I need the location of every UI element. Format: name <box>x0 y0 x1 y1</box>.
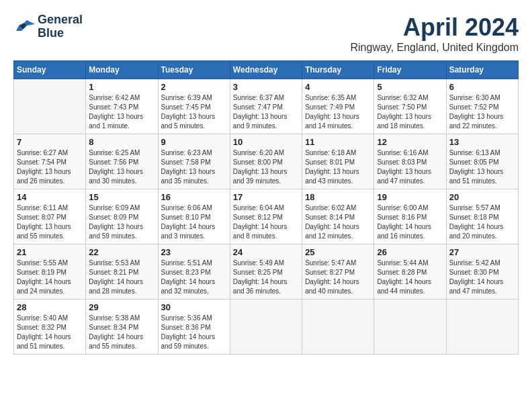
day-number: 7 <box>17 137 83 147</box>
weekday-header: Thursday <box>302 61 374 79</box>
day-number: 21 <box>17 247 83 257</box>
day-info: Sunrise: 5:47 AM Sunset: 8:27 PM Dayligh… <box>305 259 371 296</box>
day-info: Sunrise: 6:09 AM Sunset: 8:09 PM Dayligh… <box>89 203 154 241</box>
page-header: General Blue April 2024 Ringway, England… <box>13 13 519 54</box>
calendar-cell: 3Sunrise: 6:37 AM Sunset: 7:47 PM Daylig… <box>230 79 302 134</box>
day-info: Sunrise: 6:02 AM Sunset: 8:14 PM Dayligh… <box>305 203 371 241</box>
day-number: 20 <box>449 192 515 202</box>
day-number: 4 <box>305 82 371 92</box>
day-number: 14 <box>17 192 83 202</box>
calendar-cell: 10Sunrise: 6:20 AM Sunset: 8:00 PM Dayli… <box>230 134 302 189</box>
day-info: Sunrise: 6:35 AM Sunset: 7:49 PM Dayligh… <box>305 93 371 131</box>
calendar-week-row: 21Sunrise: 5:55 AM Sunset: 8:19 PM Dayli… <box>14 244 519 300</box>
calendar-cell <box>374 300 446 355</box>
day-number: 22 <box>89 247 154 257</box>
weekday-header: Friday <box>374 61 446 79</box>
day-info: Sunrise: 6:18 AM Sunset: 8:01 PM Dayligh… <box>305 148 371 186</box>
day-number: 10 <box>233 137 299 147</box>
day-number: 1 <box>89 82 154 92</box>
day-info: Sunrise: 5:53 AM Sunset: 8:21 PM Dayligh… <box>89 259 154 296</box>
calendar-cell: 25Sunrise: 5:47 AM Sunset: 8:27 PM Dayli… <box>302 244 374 300</box>
calendar-cell: 14Sunrise: 6:11 AM Sunset: 8:07 PM Dayli… <box>14 189 86 244</box>
day-info: Sunrise: 6:20 AM Sunset: 8:00 PM Dayligh… <box>233 148 299 186</box>
calendar-cell: 9Sunrise: 6:23 AM Sunset: 7:58 PM Daylig… <box>158 134 230 189</box>
day-number: 11 <box>305 137 371 147</box>
calendar-cell: 12Sunrise: 6:16 AM Sunset: 8:03 PM Dayli… <box>374 134 446 189</box>
title-block: April 2024 Ringway, England, United King… <box>350 13 519 54</box>
day-info: Sunrise: 6:13 AM Sunset: 8:05 PM Dayligh… <box>449 148 515 186</box>
calendar-cell <box>446 300 518 355</box>
calendar-week-row: 7Sunrise: 6:27 AM Sunset: 7:54 PM Daylig… <box>14 134 519 189</box>
day-number: 26 <box>377 247 443 257</box>
day-number: 23 <box>161 247 227 257</box>
calendar-cell: 6Sunrise: 6:30 AM Sunset: 7:52 PM Daylig… <box>446 79 518 134</box>
calendar-cell: 11Sunrise: 6:18 AM Sunset: 8:01 PM Dayli… <box>302 134 374 189</box>
month-title: April 2024 <box>350 13 519 42</box>
calendar-cell: 8Sunrise: 6:25 AM Sunset: 7:56 PM Daylig… <box>86 134 158 189</box>
calendar-cell: 30Sunrise: 5:36 AM Sunset: 8:36 PM Dayli… <box>158 300 230 355</box>
calendar-cell <box>230 300 302 355</box>
calendar-cell: 21Sunrise: 5:55 AM Sunset: 8:19 PM Dayli… <box>14 244 86 300</box>
day-info: Sunrise: 6:37 AM Sunset: 7:47 PM Dayligh… <box>233 93 299 131</box>
weekday-header: Saturday <box>446 61 518 79</box>
logo-text: General Blue <box>38 13 83 40</box>
logo-icon <box>13 17 35 36</box>
day-number: 17 <box>233 192 299 202</box>
calendar-week-row: 1Sunrise: 6:42 AM Sunset: 7:43 PM Daylig… <box>14 79 519 134</box>
calendar-cell: 17Sunrise: 6:04 AM Sunset: 8:12 PM Dayli… <box>230 189 302 244</box>
logo: General Blue <box>13 13 83 40</box>
weekday-header: Monday <box>86 61 158 79</box>
day-info: Sunrise: 6:23 AM Sunset: 7:58 PM Dayligh… <box>161 148 227 186</box>
day-number: 6 <box>449 82 515 92</box>
calendar-cell: 13Sunrise: 6:13 AM Sunset: 8:05 PM Dayli… <box>446 134 518 189</box>
calendar-cell: 2Sunrise: 6:39 AM Sunset: 7:45 PM Daylig… <box>158 79 230 134</box>
day-number: 24 <box>233 247 299 257</box>
day-info: Sunrise: 5:44 AM Sunset: 8:28 PM Dayligh… <box>377 259 443 296</box>
day-number: 13 <box>449 137 515 147</box>
calendar-cell: 15Sunrise: 6:09 AM Sunset: 8:09 PM Dayli… <box>86 189 158 244</box>
calendar-table: SundayMondayTuesdayWednesdayThursdayFrid… <box>13 60 519 355</box>
day-info: Sunrise: 6:39 AM Sunset: 7:45 PM Dayligh… <box>161 93 227 131</box>
day-number: 3 <box>233 82 299 92</box>
day-number: 19 <box>377 192 443 202</box>
day-info: Sunrise: 5:40 AM Sunset: 8:32 PM Dayligh… <box>17 314 83 351</box>
calendar-week-row: 14Sunrise: 6:11 AM Sunset: 8:07 PM Dayli… <box>14 189 519 244</box>
weekday-header: Wednesday <box>230 61 302 79</box>
day-number: 8 <box>89 137 154 147</box>
calendar-cell: 7Sunrise: 6:27 AM Sunset: 7:54 PM Daylig… <box>14 134 86 189</box>
day-number: 16 <box>161 192 227 202</box>
day-info: Sunrise: 6:06 AM Sunset: 8:10 PM Dayligh… <box>161 203 227 241</box>
calendar-cell: 26Sunrise: 5:44 AM Sunset: 8:28 PM Dayli… <box>374 244 446 300</box>
day-info: Sunrise: 5:42 AM Sunset: 8:30 PM Dayligh… <box>449 259 515 296</box>
day-number: 12 <box>377 137 443 147</box>
day-info: Sunrise: 6:00 AM Sunset: 8:16 PM Dayligh… <box>377 203 443 241</box>
day-info: Sunrise: 6:30 AM Sunset: 7:52 PM Dayligh… <box>449 93 515 131</box>
day-info: Sunrise: 6:25 AM Sunset: 7:56 PM Dayligh… <box>89 148 154 186</box>
day-info: Sunrise: 5:36 AM Sunset: 8:36 PM Dayligh… <box>161 314 227 351</box>
calendar-cell: 28Sunrise: 5:40 AM Sunset: 8:32 PM Dayli… <box>14 300 86 355</box>
calendar-cell: 20Sunrise: 5:57 AM Sunset: 8:18 PM Dayli… <box>446 189 518 244</box>
logo-line2: Blue <box>38 27 83 40</box>
day-info: Sunrise: 5:38 AM Sunset: 8:34 PM Dayligh… <box>89 314 154 351</box>
weekday-header-row: SundayMondayTuesdayWednesdayThursdayFrid… <box>14 61 519 79</box>
day-info: Sunrise: 6:04 AM Sunset: 8:12 PM Dayligh… <box>233 203 299 241</box>
day-info: Sunrise: 6:16 AM Sunset: 8:03 PM Dayligh… <box>377 148 443 186</box>
calendar-cell: 24Sunrise: 5:49 AM Sunset: 8:25 PM Dayli… <box>230 244 302 300</box>
day-number: 9 <box>161 137 227 147</box>
calendar-week-row: 28Sunrise: 5:40 AM Sunset: 8:32 PM Dayli… <box>14 300 519 355</box>
calendar-cell <box>302 300 374 355</box>
calendar-cell: 1Sunrise: 6:42 AM Sunset: 7:43 PM Daylig… <box>86 79 158 134</box>
day-number: 5 <box>377 82 443 92</box>
calendar-cell: 16Sunrise: 6:06 AM Sunset: 8:10 PM Dayli… <box>158 189 230 244</box>
day-number: 27 <box>449 247 515 257</box>
day-number: 18 <box>305 192 371 202</box>
calendar-cell <box>14 79 86 134</box>
day-number: 29 <box>89 302 154 312</box>
calendar-cell: 23Sunrise: 5:51 AM Sunset: 8:23 PM Dayli… <box>158 244 230 300</box>
calendar-cell: 19Sunrise: 6:00 AM Sunset: 8:16 PM Dayli… <box>374 189 446 244</box>
weekday-header: Sunday <box>14 61 86 79</box>
day-number: 25 <box>305 247 371 257</box>
calendar-cell: 27Sunrise: 5:42 AM Sunset: 8:30 PM Dayli… <box>446 244 518 300</box>
day-info: Sunrise: 5:49 AM Sunset: 8:25 PM Dayligh… <box>233 259 299 296</box>
location: Ringway, England, United Kingdom <box>350 42 519 54</box>
